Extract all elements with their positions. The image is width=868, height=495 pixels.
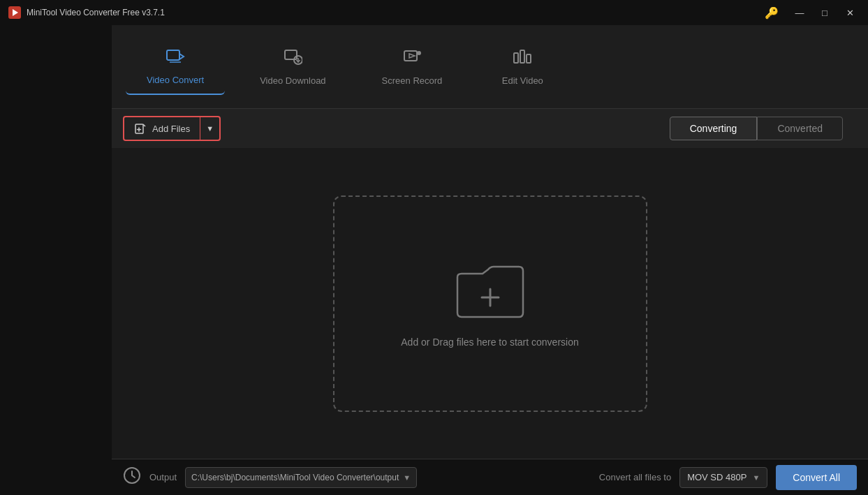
tab-video-convert-label: Video Convert	[147, 75, 204, 85]
output-path: C:\Users\bj\Documents\MiniTool Video Con…	[191, 473, 399, 482]
svg-rect-10	[520, 50, 524, 63]
tab-converting[interactable]: Converting	[670, 117, 758, 140]
tab-edit-video-label: Edit Video	[502, 75, 543, 86]
title-bar: MiniTool Video Converter Free v3.7.1 🔑 —…	[0, 0, 868, 25]
svg-rect-11	[527, 54, 531, 63]
add-files-label: Add Files	[152, 124, 190, 134]
folder-add-icon	[452, 260, 529, 323]
clock-icon	[123, 466, 141, 489]
svg-marker-7	[409, 54, 415, 58]
tab-converted[interactable]: Converted	[757, 117, 843, 140]
window-controls: — □ ✕	[790, 5, 860, 20]
footer: Output C:\Users\bj\Documents\MiniTool Vi…	[112, 459, 868, 495]
screen-record-icon	[402, 47, 422, 70]
drop-zone-text: Add or Drag files here to start conversi…	[401, 337, 578, 348]
svg-rect-2	[167, 50, 179, 60]
sidebar	[0, 25, 112, 495]
svg-rect-9	[514, 53, 518, 63]
toolbar: Add Files ▼ Converting Converted	[112, 109, 868, 148]
video-convert-icon	[165, 47, 185, 69]
add-file-icon	[134, 122, 147, 135]
tab-screen-record[interactable]: Screen Record	[361, 39, 464, 94]
app-title: MiniTool Video Converter Free v3.7.1	[27, 8, 765, 17]
svg-point-8	[417, 51, 421, 55]
output-label: Output	[149, 472, 177, 482]
content-area: Video Convert Video Download	[112, 25, 868, 495]
app-logo-icon	[8, 6, 21, 19]
minimize-button[interactable]: —	[790, 5, 809, 20]
add-files-main: Add Files	[124, 117, 200, 140]
tab-video-download-label: Video Download	[260, 75, 325, 86]
add-files-button[interactable]: Add Files ▼	[123, 116, 221, 141]
format-select-value: MOV SD 480P	[687, 472, 746, 482]
drop-zone-container: Add or Drag files here to start conversi…	[112, 148, 868, 459]
video-download-icon	[283, 47, 302, 70]
add-files-dropdown-arrow: ▼	[200, 117, 219, 140]
format-select-arrow-icon: ▼	[752, 473, 760, 482]
maximize-button[interactable]: □	[815, 5, 834, 20]
tab-video-download[interactable]: Video Download	[239, 39, 346, 94]
app-body: Video Convert Video Download	[0, 25, 868, 495]
key-icon: 🔑	[765, 6, 779, 20]
nav-tabs: Video Convert Video Download	[112, 25, 868, 109]
tab-video-convert[interactable]: Video Convert	[126, 38, 225, 95]
output-path-container[interactable]: C:\Users\bj\Documents\MiniTool Video Con…	[185, 467, 417, 488]
drop-zone[interactable]: Add or Drag files here to start conversi…	[333, 195, 647, 412]
convert-all-button[interactable]: Convert All	[776, 465, 857, 490]
edit-video-icon	[513, 47, 532, 70]
tab-screen-record-label: Screen Record	[382, 75, 443, 86]
tab-edit-video[interactable]: Edit Video	[477, 39, 568, 94]
output-path-dropdown-icon: ▼	[403, 473, 411, 482]
convert-all-files-label: Convert all files to	[599, 472, 671, 482]
svg-marker-3	[179, 54, 184, 59]
close-button[interactable]: ✕	[840, 5, 860, 20]
format-select[interactable]: MOV SD 480P ▼	[679, 467, 767, 488]
sub-tabs: Converting Converted	[670, 117, 843, 140]
